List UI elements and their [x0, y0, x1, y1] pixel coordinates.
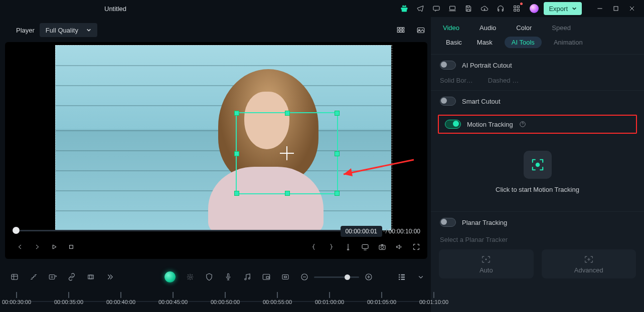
ai-orb-icon[interactable]	[165, 271, 176, 282]
tab-audio[interactable]: Audio	[479, 24, 496, 32]
svg-rect-21	[88, 275, 92, 279]
pip-icon[interactable]	[262, 272, 271, 281]
more-icon[interactable]	[105, 272, 114, 281]
apps-icon[interactable]	[511, 3, 522, 14]
svg-rect-16	[362, 244, 368, 248]
link-icon[interactable]	[67, 272, 76, 281]
window-maximize-button[interactable]	[610, 3, 621, 14]
ruler-tick: 00:00:45:00	[158, 292, 188, 305]
resize-handle-top-right[interactable]	[335, 111, 340, 116]
playhead-slider[interactable]	[16, 227, 342, 234]
prev-frame-button[interactable]	[16, 243, 24, 252]
resize-handle-bottom-right[interactable]	[335, 191, 340, 196]
mic-icon[interactable]	[224, 272, 233, 281]
svg-point-25	[245, 278, 246, 280]
zoom-out-button[interactable]	[300, 272, 309, 281]
chevron-down-icon	[572, 6, 577, 11]
ruler-tick: 00:01:00:00	[315, 292, 344, 305]
fullscreen-icon[interactable]	[412, 243, 420, 252]
tab-basic[interactable]: Basic	[443, 37, 465, 48]
music-icon[interactable]	[243, 272, 252, 281]
planar-tracking-section: Planar Tracking	[431, 211, 644, 233]
resize-handle-bottom[interactable]	[285, 191, 290, 196]
player-header: Player Full Quality	[5, 20, 430, 40]
chevron-down-icon[interactable]	[416, 272, 425, 281]
resize-handle-right[interactable]	[335, 151, 340, 156]
brace-close-icon[interactable]	[327, 243, 335, 252]
marker-icon[interactable]	[344, 243, 352, 252]
chat-icon[interactable]	[431, 3, 442, 14]
zoom-slider[interactable]	[314, 276, 359, 278]
laptop-icon[interactable]	[447, 3, 458, 14]
resize-handle-top[interactable]	[285, 111, 290, 116]
smart-cutout-section: Smart Cutout	[431, 90, 644, 112]
grid-view-icon[interactable]	[396, 26, 405, 35]
user-avatar[interactable]	[530, 4, 539, 13]
frame-icon[interactable]	[281, 272, 290, 281]
start-tracking-button[interactable]	[524, 151, 552, 179]
svg-rect-33	[399, 274, 400, 275]
play-button[interactable]	[50, 243, 58, 252]
tracker-advanced-card[interactable]: Advanced	[542, 249, 636, 278]
table-icon[interactable]	[10, 272, 19, 281]
player-label: Player	[16, 27, 35, 34]
window-minimize-button[interactable]	[594, 3, 605, 14]
svg-point-23	[189, 276, 192, 278]
resize-handle-top-left[interactable]	[234, 111, 239, 116]
tab-mask[interactable]: Mask	[474, 37, 496, 48]
svg-rect-24	[228, 273, 229, 277]
camera-icon[interactable]	[378, 243, 386, 252]
window-close-button[interactable]	[626, 3, 637, 14]
smart-cutout-label: Smart Cutout	[462, 98, 501, 105]
shield-icon[interactable]	[205, 272, 214, 281]
ai-portrait-toggle[interactable]	[440, 61, 456, 70]
quality-dropdown[interactable]: Full Quality	[40, 23, 97, 37]
resize-handle-left[interactable]	[234, 151, 239, 156]
crop-icon[interactable]	[86, 272, 95, 281]
stairs-icon[interactable]	[29, 272, 38, 281]
resize-handle-bottom-left[interactable]	[234, 191, 239, 196]
zoom-in-button[interactable]	[364, 272, 373, 281]
motion-tracking-toggle[interactable]	[445, 120, 461, 129]
planar-tracking-toggle[interactable]	[440, 218, 456, 227]
telegram-icon[interactable]	[415, 3, 426, 14]
tracker-advanced-label: Advanced	[574, 266, 603, 274]
snapshot-icon[interactable]	[416, 26, 425, 35]
view-options-icon[interactable]	[397, 272, 406, 281]
headphones-icon[interactable]	[495, 3, 506, 14]
stop-button[interactable]	[67, 243, 75, 252]
svg-rect-20	[49, 275, 55, 279]
tab-speed[interactable]: Speed	[552, 24, 571, 32]
project-title: Untitled	[104, 5, 126, 13]
brace-open-icon[interactable]	[310, 243, 318, 252]
timeline-toolbar	[5, 262, 430, 292]
export-button[interactable]: Export	[544, 2, 582, 15]
tab-animation[interactable]: Animation	[551, 37, 586, 48]
motion-tracking-box[interactable]	[236, 112, 338, 194]
svg-rect-37	[401, 276, 405, 277]
cloud-download-icon[interactable]	[479, 3, 490, 14]
text-box-icon[interactable]	[48, 272, 57, 281]
svg-rect-12	[403, 31, 404, 33]
screen-icon[interactable]	[361, 243, 369, 252]
tab-color[interactable]: Color	[516, 24, 532, 32]
smart-cutout-toggle[interactable]	[440, 97, 456, 106]
video-preview[interactable]: 00:00:00:01 / 00:00:10:00	[5, 42, 427, 259]
svg-rect-9	[403, 28, 404, 30]
inspector-secondary-tabs: Basic Mask AI Tools Animation	[431, 37, 644, 54]
svg-rect-22	[90, 275, 94, 279]
timeline-ruler[interactable]: 00:00:30:0000:00:35:0000:00:40:0000:00:4…	[8, 292, 427, 312]
tracker-auto-card[interactable]: Auto	[439, 249, 534, 278]
tab-video[interactable]: Video	[443, 24, 459, 32]
help-icon[interactable]	[519, 121, 526, 128]
motion-tracking-highlight: Motion Tracking	[438, 115, 637, 134]
svg-rect-6	[614, 7, 618, 11]
svg-point-41	[486, 258, 487, 260]
sparkle-icon[interactable]	[186, 272, 195, 281]
save-icon[interactable]	[463, 3, 474, 14]
gift-icon[interactable]	[399, 3, 410, 14]
next-frame-button[interactable]	[33, 243, 41, 252]
volume-icon[interactable]	[395, 243, 403, 252]
tab-ai-tools[interactable]: AI Tools	[505, 37, 542, 48]
clip-bounds	[55, 45, 392, 231]
